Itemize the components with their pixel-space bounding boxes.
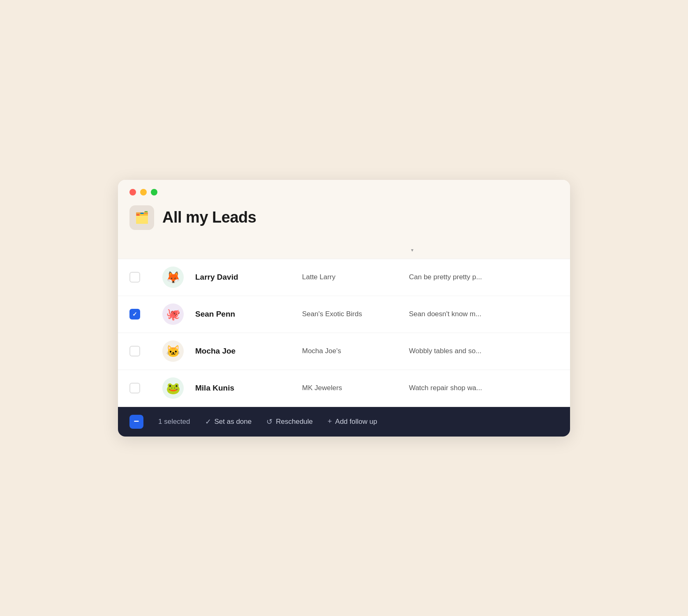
lead-company: Sean's Exotic Birds — [302, 310, 409, 318]
fox-icon: 🦊 — [166, 271, 180, 284]
lead-description: Sean doesn't know m... — [409, 310, 559, 318]
table-row: 🐙 Sean Penn Sean's Exotic Birds Sean doe… — [118, 296, 570, 333]
add-follow-up-button[interactable]: + Add follow up — [328, 417, 377, 426]
maximize-button[interactable] — [151, 189, 157, 195]
lead-description: Watch repair shop wa... — [409, 384, 559, 392]
lead-name: Larry David — [195, 273, 302, 282]
avatar: 🐙 — [162, 303, 184, 325]
lead-name: Sean Penn — [195, 310, 302, 319]
lead-name: Mila Kunis — [195, 384, 302, 393]
action-bar: 1 selected ✓ Set as done ↺ Reschedule + … — [118, 407, 570, 437]
title-bar: 🗂️ All my Leads — [118, 180, 570, 241]
lead-description: Wobbly tables and so... — [409, 347, 559, 355]
avatar: 🐱 — [162, 340, 184, 362]
cat-icon: 🐱 — [166, 345, 180, 358]
briefcase-icon: 🗂️ — [135, 211, 149, 224]
row-checkbox-larry[interactable] — [129, 272, 140, 283]
close-button[interactable] — [129, 189, 136, 195]
plus-icon: + — [328, 417, 332, 426]
row-checkbox-sean[interactable] — [129, 309, 140, 319]
selected-count: 1 selected — [158, 418, 190, 426]
reschedule-icon: ↺ — [266, 417, 272, 426]
table-header: ▾ — [118, 241, 570, 259]
avatar: 🦊 — [162, 267, 184, 288]
reschedule-button[interactable]: ↺ Reschedule — [266, 417, 313, 426]
main-window: 🗂️ All my Leads ▾ 🦊 — [118, 180, 570, 437]
checkmark-icon: ✓ — [205, 417, 211, 426]
lead-company: Latte Larry — [302, 273, 409, 281]
set-as-done-button[interactable]: ✓ Set as done — [205, 417, 252, 426]
col-header-company — [302, 247, 409, 253]
minimize-button[interactable] — [140, 189, 147, 195]
lead-name: Mocha Joe — [195, 347, 302, 356]
chevron-down-icon: ▾ — [411, 247, 413, 253]
lead-company: Mocha Joe's — [302, 347, 409, 355]
lead-company: MK Jewelers — [302, 384, 409, 392]
lead-description: Can be pretty pretty p... — [409, 273, 559, 281]
col-header-name — [195, 247, 302, 253]
row-checkbox-mocha[interactable] — [129, 346, 140, 356]
table-row: 🐸 Mila Kunis MK Jewelers Watch repair sh… — [118, 370, 570, 407]
leads-table: ▾ 🦊 Larry David Latte Larry Can be prett… — [118, 241, 570, 407]
avatar: 🐸 — [162, 377, 184, 399]
reschedule-label: Reschedule — [276, 418, 313, 426]
frog-icon: 🐸 — [166, 382, 180, 395]
deselect-button[interactable] — [129, 415, 143, 429]
add-follow-up-label: Add follow up — [335, 418, 377, 426]
set-as-done-label: Set as done — [215, 418, 252, 426]
page-title: All my Leads — [162, 209, 256, 226]
table-row: 🦊 Larry David Latte Larry Can be pretty … — [118, 259, 570, 296]
page-header: 🗂️ All my Leads — [129, 205, 559, 241]
table-row: 🐱 Mocha Joe Mocha Joe's Wobbly tables an… — [118, 333, 570, 370]
traffic-lights — [129, 189, 559, 195]
col-header-description[interactable]: ▾ — [409, 247, 559, 253]
octopus-icon: 🐙 — [166, 308, 180, 321]
header-icon: 🗂️ — [129, 205, 154, 230]
row-checkbox-mila[interactable] — [129, 383, 140, 393]
